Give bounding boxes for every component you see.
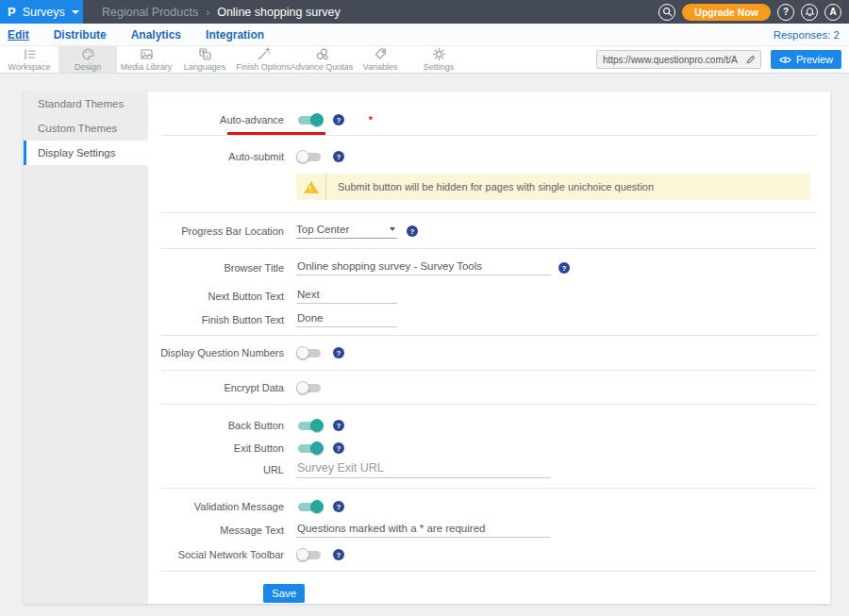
upgrade-now-button[interactable]: Upgrade Now bbox=[682, 4, 771, 21]
message-text-label: Message Text bbox=[148, 524, 296, 536]
breadcrumb: Regional Products › Online shopping surv… bbox=[102, 6, 341, 19]
edit-toolbar: Workspace Design Media Library A Languag… bbox=[0, 45, 849, 74]
browser-title-label: Browser Title bbox=[148, 262, 296, 274]
preview-button[interactable]: Preview bbox=[771, 50, 841, 69]
tool-workspace[interactable]: Workspace bbox=[0, 46, 58, 73]
svg-text:A: A bbox=[205, 54, 208, 59]
exit-url-label: URL bbox=[148, 464, 296, 475]
encrypt-data-row: Encrypt Data bbox=[148, 378, 830, 397]
tool-advance-quotas[interactable]: Advance Quotas bbox=[292, 46, 351, 73]
back-button-label: Back Button bbox=[148, 420, 296, 431]
exit-url-row: URL bbox=[148, 460, 830, 479]
advance-quotas-icon bbox=[315, 47, 329, 61]
progress-bar-help-icon[interactable]: ? bbox=[407, 225, 418, 237]
finish-options-wand-icon bbox=[257, 47, 271, 61]
display-question-numbers-label: Display Question Numbers bbox=[148, 347, 296, 358]
warning-text: Submit button will be hidden for pages w… bbox=[338, 181, 654, 192]
eye-icon bbox=[779, 56, 791, 64]
validation-message-toggle[interactable] bbox=[296, 500, 324, 514]
message-text-row: Message Text bbox=[148, 521, 830, 540]
tool-settings[interactable]: Settings bbox=[409, 46, 468, 73]
select-caret-icon bbox=[390, 227, 395, 231]
auto-submit-help-icon[interactable]: ? bbox=[333, 151, 344, 162]
breadcrumb-survey-title: Online shopping survey bbox=[217, 6, 341, 19]
progress-bar-location-value: Top Center bbox=[296, 224, 349, 235]
settings-gear-icon bbox=[432, 47, 446, 61]
finish-button-text-label: Finish Button Text bbox=[148, 314, 296, 325]
back-button-help-icon[interactable]: ? bbox=[333, 420, 344, 431]
validation-message-help-icon[interactable]: ? bbox=[333, 501, 344, 512]
notifications-button[interactable] bbox=[801, 4, 818, 21]
back-button-toggle[interactable] bbox=[296, 419, 324, 433]
social-network-toolbar-help-icon[interactable]: ? bbox=[333, 549, 344, 560]
exit-button-help-icon[interactable]: ? bbox=[333, 442, 344, 454]
finish-button-text-row: Finish Button Text bbox=[148, 310, 830, 329]
display-question-numbers-row: Display Question Numbers ? bbox=[148, 343, 830, 362]
save-button[interactable]: Save bbox=[263, 584, 305, 603]
auto-advance-label: Auto-advance bbox=[148, 114, 296, 125]
tab-distribute[interactable]: Distribute bbox=[54, 28, 107, 42]
tool-languages[interactable]: A Languages bbox=[175, 46, 234, 73]
tool-finish-options[interactable]: Finish Options bbox=[234, 46, 292, 73]
pencil-icon bbox=[745, 54, 757, 65]
survey-share-url-input[interactable] bbox=[597, 55, 741, 65]
browser-title-help-icon[interactable]: ? bbox=[558, 262, 570, 274]
tab-edit[interactable]: Edit bbox=[8, 28, 29, 42]
header-actions: Upgrade Now ? A bbox=[658, 4, 849, 21]
auto-advance-help-icon[interactable]: ? bbox=[333, 114, 344, 125]
page-background: Standard Themes Custom Themes Display Se… bbox=[0, 74, 849, 604]
tab-integration[interactable]: Integration bbox=[206, 28, 264, 42]
progress-bar-location-select[interactable]: Top Center bbox=[296, 224, 397, 239]
sidebar-item-standard-themes[interactable]: Standard Themes bbox=[24, 92, 148, 116]
exit-button-toggle[interactable] bbox=[296, 441, 324, 456]
auto-advance-toggle[interactable] bbox=[296, 113, 324, 127]
breadcrumb-folder[interactable]: Regional Products bbox=[102, 6, 198, 19]
annotation-asterisk: * bbox=[369, 115, 373, 125]
display-question-numbers-help-icon[interactable]: ? bbox=[333, 347, 344, 358]
validation-message-label: Validation Message bbox=[148, 501, 296, 512]
questionpro-logo-icon: P bbox=[8, 6, 16, 18]
edit-url-button[interactable] bbox=[741, 51, 760, 68]
surveys-product-menu[interactable]: P Surveys bbox=[0, 0, 83, 24]
tool-variables[interactable]: Variables bbox=[351, 46, 409, 73]
design-sidebar: Standard Themes Custom Themes Display Se… bbox=[24, 92, 148, 604]
search-button[interactable] bbox=[658, 4, 675, 21]
workspace-icon bbox=[23, 47, 37, 61]
submit-hidden-warning: ! Submit button will be hidden for pages… bbox=[296, 174, 810, 200]
auto-submit-row: Auto-submit ? bbox=[148, 147, 830, 166]
breadcrumb-separator-icon: › bbox=[206, 6, 209, 19]
annotation-underline-auto-advance bbox=[227, 132, 325, 135]
next-button-text-row: Next Button Text bbox=[148, 287, 830, 306]
next-button-text-label: Next Button Text bbox=[148, 291, 296, 302]
languages-icon: A bbox=[198, 47, 212, 61]
social-network-toolbar-toggle[interactable] bbox=[296, 548, 324, 562]
account-avatar[interactable]: A bbox=[824, 4, 841, 21]
tab-analytics[interactable]: Analytics bbox=[131, 28, 181, 42]
finish-button-text-input[interactable] bbox=[296, 312, 397, 327]
sidebar-item-display-settings[interactable]: Display Settings bbox=[24, 141, 148, 165]
auto-submit-toggle[interactable] bbox=[296, 150, 324, 164]
design-palette-icon bbox=[81, 47, 95, 61]
display-question-numbers-toggle[interactable] bbox=[296, 346, 324, 360]
encrypt-data-toggle[interactable] bbox=[296, 381, 324, 395]
help-button[interactable]: ? bbox=[777, 4, 794, 21]
social-network-toolbar-row: Social Network Toolbar ? bbox=[148, 545, 830, 564]
tool-media-library[interactable]: Media Library bbox=[117, 46, 175, 73]
tool-design[interactable]: Design bbox=[58, 46, 117, 73]
sidebar-item-custom-themes[interactable]: Custom Themes bbox=[24, 116, 148, 141]
design-settings-card: Standard Themes Custom Themes Display Se… bbox=[24, 92, 830, 604]
responses-count[interactable]: Responses: 2 bbox=[774, 29, 840, 41]
progress-bar-location-label: Progress Bar Location bbox=[148, 225, 296, 237]
auto-advance-row: Auto-advance ? * bbox=[148, 110, 830, 129]
validation-message-row: Validation Message ? bbox=[148, 497, 830, 516]
browser-title-input[interactable] bbox=[296, 260, 551, 275]
social-network-toolbar-label: Social Network Toolbar bbox=[148, 549, 296, 560]
next-button-text-input[interactable] bbox=[296, 289, 397, 304]
exit-url-input[interactable] bbox=[296, 461, 551, 478]
progress-bar-location-row: Progress Bar Location Top Center ? bbox=[148, 222, 830, 241]
auto-submit-label: Auto-submit bbox=[148, 151, 296, 162]
variables-tag-icon bbox=[374, 47, 388, 61]
message-text-input[interactable] bbox=[296, 523, 551, 538]
toolbar-right-group: Preview bbox=[596, 46, 849, 73]
browser-title-row: Browser Title ? bbox=[148, 258, 830, 277]
